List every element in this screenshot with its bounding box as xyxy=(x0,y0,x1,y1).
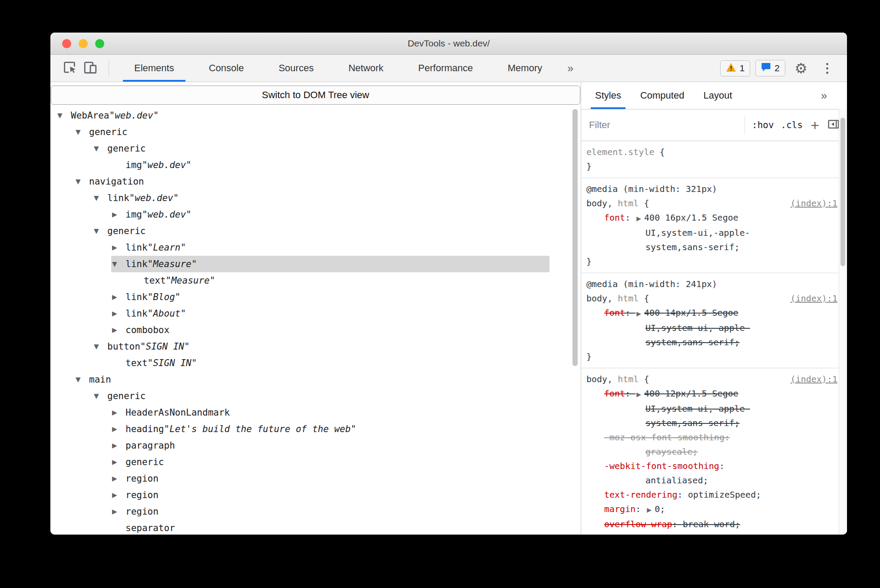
expand-shorthand-icon[interactable]: ▶ xyxy=(636,310,641,317)
minimize-button[interactable] xyxy=(79,39,88,48)
tree-row-content[interactable]: separator xyxy=(111,520,549,535)
switch-to-dom-tree-button[interactable]: Switch to DOM Tree view xyxy=(51,86,580,105)
tree-row-content[interactable]: ▶link "Blog" xyxy=(111,289,549,305)
collapsed-arrow-icon[interactable]: ▶ xyxy=(112,293,126,301)
sidebar-tab-styles[interactable]: Styles xyxy=(586,82,631,109)
inspect-element-button[interactable] xyxy=(59,58,80,79)
tree-row[interactable]: ▶combobox xyxy=(50,322,581,338)
rule-selector[interactable]: (index):1body, html { xyxy=(586,372,837,386)
tree-row-content[interactable]: ▼generic xyxy=(93,223,549,239)
tree-row[interactable]: ▼generic xyxy=(50,124,581,140)
collapsed-arrow-icon[interactable]: ▶ xyxy=(112,244,126,251)
tree-row-content[interactable]: ▼link "Measure" xyxy=(111,256,549,272)
collapsed-arrow-icon[interactable]: ▶ xyxy=(112,310,126,317)
tree-row-content[interactable]: ▼generic xyxy=(93,140,549,157)
css-declaration[interactable]: font: ▶400 14px/1.5 SegoeUI,system-ui,-a… xyxy=(586,306,837,350)
tree-row[interactable]: ▶link "Learn" xyxy=(50,239,581,256)
tree-row[interactable]: ▶HeaderAsNonLandmark xyxy=(50,404,581,421)
tree-row[interactable]: ▼link "web.dev" xyxy=(50,190,581,206)
tree-row[interactable]: ▶region xyxy=(50,470,581,487)
tree-row[interactable]: ▼navigation xyxy=(50,173,581,190)
tree-row-content[interactable]: ▶heading "Let's build the future of the … xyxy=(111,421,549,437)
expand-shorthand-icon[interactable]: ▶ xyxy=(647,506,652,513)
css-declaration[interactable]: -moz-osx-font-smoothing: grayscale; xyxy=(586,430,837,459)
collapsed-arrow-icon[interactable]: ▶ xyxy=(112,508,126,515)
tree-row-content[interactable]: ▶combobox xyxy=(111,322,549,338)
tree-row[interactable]: ▼WebArea "web.dev" xyxy=(50,107,581,124)
tree-row[interactable]: ▼main xyxy=(50,371,581,388)
sidebar-toggle-button[interactable] xyxy=(827,118,840,132)
tree-row[interactable]: text "Measure" xyxy=(50,272,581,289)
tree-row[interactable]: ▼link "Measure" xyxy=(50,256,581,272)
css-declaration[interactable]: font: ▶400 12px/1.5 SegoeUI,system-ui, a… xyxy=(586,386,837,430)
new-style-rule-button[interactable]: + xyxy=(811,118,819,132)
expanded-arrow-icon[interactable]: ▼ xyxy=(76,376,89,383)
main-menu-button[interactable] xyxy=(817,58,837,79)
tree-row-content[interactable]: ▼main xyxy=(75,371,549,388)
tab-console[interactable]: Console xyxy=(192,55,261,82)
tree-row-content[interactable]: ▶region xyxy=(111,470,549,487)
tree-row[interactable]: ▼button "SIGN IN" xyxy=(50,338,581,355)
tree-row[interactable]: ▶link "Blog" xyxy=(50,289,581,305)
tree-row-content[interactable]: text "SIGN IN" xyxy=(111,355,549,371)
tab-memory[interactable]: Memory xyxy=(490,55,559,82)
expand-shorthand-icon[interactable]: ▶ xyxy=(636,391,641,398)
source-location-link[interactable]: (index):1 xyxy=(791,372,837,386)
collapsed-arrow-icon[interactable]: ▶ xyxy=(112,326,126,334)
styles-scrollbar-thumb[interactable] xyxy=(840,118,845,266)
tree-row[interactable]: ▶heading "Let's build the future of the … xyxy=(50,421,581,437)
tree-row-content[interactable]: text "Measure" xyxy=(129,272,549,289)
source-location-link[interactable]: (index):1 xyxy=(791,291,837,306)
tab-sources[interactable]: Sources xyxy=(261,55,331,82)
css-declaration[interactable]: text-rendering: optimizeSpeed; xyxy=(586,488,837,502)
collapsed-arrow-icon[interactable]: ▶ xyxy=(112,211,126,218)
tree-row-content[interactable]: ▼navigation xyxy=(75,173,549,190)
sidebar-tab-computed[interactable]: Computed xyxy=(631,82,694,109)
tree-row[interactable]: ▶img "web.dev" xyxy=(50,206,581,223)
close-button[interactable] xyxy=(62,39,71,48)
sidebar-tab-layout[interactable]: Layout xyxy=(694,82,741,109)
settings-button[interactable]: ⚙ xyxy=(791,58,811,79)
rule-selector[interactable]: (index):1body, html { xyxy=(586,196,837,211)
expanded-arrow-icon[interactable]: ▼ xyxy=(94,227,107,235)
collapsed-arrow-icon[interactable]: ▶ xyxy=(112,475,126,482)
rule-selector[interactable]: (index):1body, html { xyxy=(586,291,837,306)
tree-row-content[interactable]: ▼generic xyxy=(75,124,549,140)
class-toggle-button[interactable]: .cls xyxy=(781,120,803,130)
collapsed-arrow-icon[interactable]: ▶ xyxy=(112,442,126,449)
tree-row-content[interactable]: ▶img "web.dev" xyxy=(111,206,549,223)
tree-row[interactable]: ▼generic xyxy=(50,223,581,239)
tree-row-content[interactable]: ▶generic xyxy=(111,454,549,470)
tree-row-content[interactable]: img "web.dev" xyxy=(111,157,549,173)
collapsed-arrow-icon[interactable]: ▶ xyxy=(112,425,126,433)
tree-scrollbar-thumb[interactable] xyxy=(572,109,578,366)
expanded-arrow-icon[interactable]: ▼ xyxy=(57,112,71,119)
tab-network[interactable]: Network xyxy=(331,55,401,82)
expanded-arrow-icon[interactable]: ▼ xyxy=(76,128,89,136)
tree-row-content[interactable]: ▼button "SIGN IN" xyxy=(93,338,549,355)
styles-scrollbar[interactable] xyxy=(839,109,847,535)
styles-filter-input[interactable] xyxy=(588,119,738,131)
css-declaration[interactable]: overflow-wrap: break-word; xyxy=(586,517,837,532)
tree-row-content[interactable]: ▶region xyxy=(111,503,549,520)
tab-elements[interactable]: Elements xyxy=(117,55,192,82)
messages-badge[interactable]: 2 xyxy=(755,60,785,76)
tree-row[interactable]: ▼generic xyxy=(50,140,581,157)
warning-badge[interactable]: 1 xyxy=(720,60,751,76)
tree-row[interactable]: ▼generic xyxy=(50,388,581,404)
css-declaration[interactable]: font: ▶400 16px/1.5 SegoeUI,system-ui,-a… xyxy=(586,211,837,254)
css-declaration[interactable]: -webkit-font-smoothing: antialiased; xyxy=(586,459,837,488)
tree-row[interactable]: separator xyxy=(50,520,581,535)
css-declaration[interactable]: margin: ▶0; xyxy=(586,502,837,517)
tree-row-content[interactable]: ▶link "About" xyxy=(111,305,549,322)
zoom-button[interactable] xyxy=(95,39,104,48)
tree-row[interactable]: img "web.dev" xyxy=(50,157,581,173)
tree-row[interactable]: ▶paragraph xyxy=(50,437,581,454)
tree-row[interactable]: ▶generic xyxy=(50,454,581,470)
tree-row[interactable]: ▶region xyxy=(50,487,581,503)
expanded-arrow-icon[interactable]: ▼ xyxy=(94,392,107,400)
tab-performance[interactable]: Performance xyxy=(401,55,490,82)
source-location-link[interactable]: (index):1 xyxy=(791,196,837,211)
rule-selector[interactable]: element.style { xyxy=(586,145,837,159)
expand-shorthand-icon[interactable]: ▶ xyxy=(636,215,641,222)
